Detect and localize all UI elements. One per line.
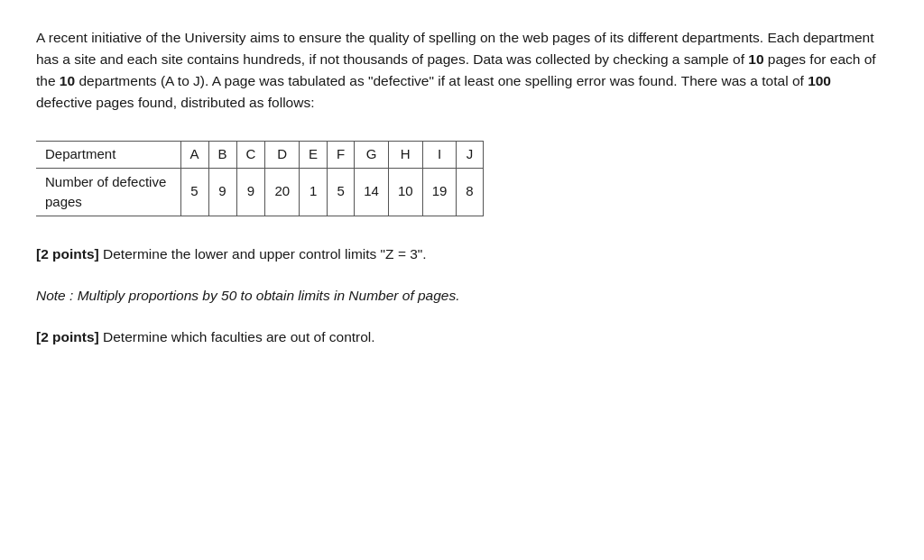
table-header-row: Department A B C D E F G H I J [36, 142, 483, 169]
dept-col-B: B [208, 142, 236, 169]
dept-col-F: F [328, 142, 355, 169]
dept-label: Department [36, 142, 180, 169]
department-table: Department A B C D E F G H I J Number of… [36, 141, 484, 216]
val-B: 9 [208, 168, 236, 216]
intro-paragraph: A recent initiative of the University ai… [36, 27, 888, 114]
dept-col-G: G [355, 142, 389, 169]
question2-block: [2 points] Determine which faculties are… [36, 326, 888, 348]
dept-col-A: A [180, 142, 208, 169]
val-D: 20 [265, 168, 300, 216]
dept-col-H: H [388, 142, 422, 169]
sample-size: 10 [748, 51, 763, 67]
defective-label: Number of defective pages [36, 168, 180, 216]
val-A: 5 [180, 168, 208, 216]
val-F: 5 [328, 168, 355, 216]
dept-col-C: C [236, 142, 265, 169]
val-E: 1 [300, 168, 328, 216]
dept-col-J: J [457, 142, 483, 169]
defective-label-line2: pages [45, 194, 82, 209]
question1-block: [2 points] Determine the lower and upper… [36, 243, 888, 265]
data-table-section: Department A B C D E F G H I J Number of… [36, 141, 888, 216]
table-data-row: Number of defective pages 5 9 9 20 1 5 1… [36, 168, 483, 216]
q2-points: [2 points] [36, 329, 99, 344]
dept-count: 10 [60, 73, 75, 88]
note-text: Note : Multiply proportions by 50 to obt… [36, 288, 460, 303]
val-H: 10 [388, 168, 422, 216]
q1-points: [2 points] [36, 246, 99, 262]
val-I: 19 [422, 168, 457, 216]
q2-text: Determine which faculties are out of con… [99, 329, 375, 344]
note-block: Note : Multiply proportions by 50 to obt… [36, 285, 888, 307]
total-defective: 100 [808, 73, 831, 88]
q1-text: Determine the lower and upper control li… [99, 246, 427, 262]
dept-col-I: I [422, 142, 457, 169]
defective-label-line1: Number of defective [45, 174, 166, 189]
val-G: 14 [355, 168, 389, 216]
dept-col-D: D [265, 142, 300, 169]
val-J: 8 [457, 168, 483, 216]
val-C: 9 [236, 168, 265, 216]
dept-col-E: E [300, 142, 328, 169]
